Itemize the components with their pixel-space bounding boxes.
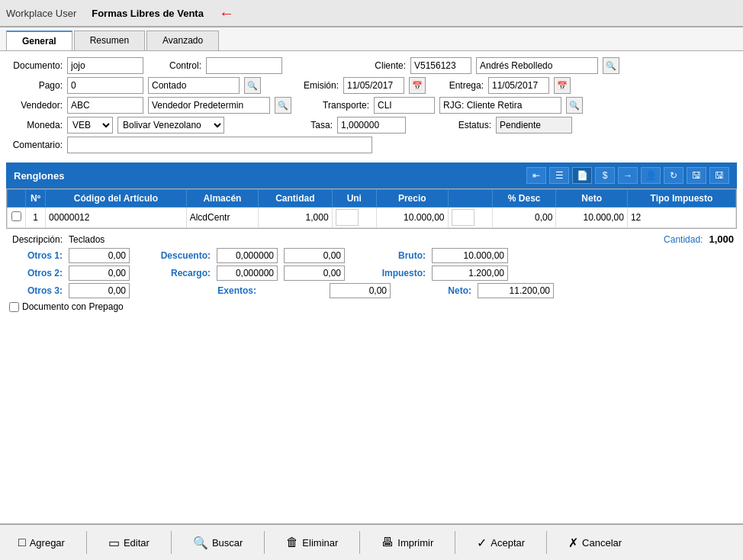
tab-avanzado[interactable]: Avanzado <box>146 31 219 50</box>
transporte-desc-input[interactable] <box>439 97 561 114</box>
col-header-uni: Uni <box>332 190 376 208</box>
rng-db1-button[interactable]: 🖫 <box>687 167 706 184</box>
rng-arrow-button[interactable]: → <box>618 167 638 184</box>
row-codigo: 00000012 <box>46 208 187 228</box>
recargo-pct-input[interactable] <box>217 266 278 281</box>
rng-person-button[interactable]: 👤 <box>641 167 661 184</box>
otros2-input[interactable] <box>69 266 130 281</box>
form-row-comentario: Comentario: <box>9 137 734 153</box>
vendedor-label: Vendedor: <box>9 100 63 111</box>
tab-general[interactable]: General <box>6 31 72 50</box>
cliente-id-input[interactable] <box>410 57 471 74</box>
pago-search-button[interactable]: 🔍 <box>244 77 261 94</box>
renglones-table: Nº Código del Artículo Almacén Cantidad … <box>7 189 736 228</box>
impuesto-label: Impuesto: <box>372 268 426 278</box>
vendedor-desc-input[interactable] <box>148 97 270 114</box>
vendedor-code-input[interactable] <box>67 97 143 114</box>
tab-resumen[interactable]: Resumen <box>74 31 145 50</box>
transporte-search-button[interactable]: 🔍 <box>566 97 583 114</box>
sep5 <box>455 531 455 554</box>
main-content: General Resumen Avanzado Documento: Cont… <box>0 27 743 523</box>
transporte-code-input[interactable] <box>374 97 435 114</box>
emision-input[interactable] <box>343 77 404 94</box>
recargo-val-input[interactable] <box>284 266 345 281</box>
eliminar-label: Eliminar <box>302 537 338 549</box>
pago-desc-input[interactable] <box>148 77 240 94</box>
entrega-input[interactable] <box>488 77 549 94</box>
buscar-label: Buscar <box>212 537 243 549</box>
agregar-label: Agregar <box>30 537 65 549</box>
cantidad-value: 1,000 <box>709 233 734 245</box>
estatus-input <box>496 117 572 134</box>
otros1-input[interactable] <box>69 248 130 263</box>
bruto-label: Bruto: <box>372 250 426 261</box>
descuento-pct-input[interactable] <box>217 248 278 263</box>
rng-refresh-button[interactable]: ↻ <box>664 167 683 184</box>
eliminar-button[interactable]: 🗑 Eliminar <box>280 533 344 552</box>
tasa-label: Tasa: <box>279 120 333 130</box>
rng-doc-button[interactable]: 📄 <box>572 167 592 184</box>
cancelar-button[interactable]: ✗ Cancelar <box>562 533 628 553</box>
neto-label: Neto: <box>418 285 471 296</box>
row-uni <box>332 208 376 228</box>
sep3 <box>264 531 265 554</box>
estatus-label: Estatus: <box>438 120 491 130</box>
agregar-button[interactable]: □ Agregar <box>12 533 71 552</box>
table-row[interactable]: 1 00000012 AlcdCentr 1,000 10.000,00 0,0… <box>8 208 736 228</box>
emision-cal-button[interactable]: 📅 <box>409 77 426 94</box>
cantidad-label: Cantidad: <box>657 234 703 245</box>
impuesto-input[interactable] <box>432 266 508 281</box>
documento-input[interactable] <box>67 57 143 74</box>
imprimir-icon: 🖶 <box>381 536 394 549</box>
otros2-label: Otros 2: <box>9 268 63 278</box>
rng-list-button[interactable]: ☰ <box>549 167 569 184</box>
active-tab-title: Formas Libres de Venta <box>92 8 204 19</box>
imprimir-label: Imprimir <box>397 537 433 549</box>
vendedor-search-button[interactable]: 🔍 <box>275 97 291 114</box>
col-header-descpct <box>448 190 492 208</box>
editar-icon: ▭ <box>108 536 120 550</box>
entrega-cal-button[interactable]: 📅 <box>554 77 571 94</box>
neto-input[interactable] <box>478 283 554 298</box>
row-uni-input[interactable] <box>336 209 359 226</box>
workplace-tab[interactable]: Workplace User <box>6 8 76 19</box>
col-header-almacen: Almacén <box>186 190 258 208</box>
moneda-select[interactable]: VEB <box>67 117 113 134</box>
exentos-label: Exentos: <box>203 285 256 296</box>
sep1 <box>86 531 87 554</box>
tasa-input[interactable] <box>337 117 406 134</box>
aceptar-button[interactable]: ✓ Aceptar <box>471 533 531 553</box>
col-header-neto: Neto <box>556 190 627 208</box>
entrega-label: Entrega: <box>430 80 484 91</box>
exentos-val-input[interactable] <box>330 283 391 298</box>
bruto-input[interactable] <box>432 248 508 263</box>
cliente-search-button[interactable]: 🔍 <box>603 57 619 74</box>
moneda-desc-select[interactable]: Bolivar Venezolano <box>117 117 224 134</box>
pago-input[interactable] <box>67 77 143 94</box>
descuento-val-input[interactable] <box>284 248 345 263</box>
sep6 <box>546 531 547 554</box>
control-input[interactable] <box>206 57 282 74</box>
bottom-toolbar: □ Agregar ▭ Editar 🔍 Buscar 🗑 Eliminar 🖶… <box>0 523 743 560</box>
control-label: Control: <box>148 60 201 71</box>
row-neto: 10.000,00 <box>556 208 627 228</box>
form-row-vendedor: Vendedor: 🔍 Transporte: 🔍 <box>9 97 734 114</box>
rng-dollar-button[interactable]: $ <box>595 167 615 184</box>
rng-first-button[interactable]: ⇤ <box>526 167 546 184</box>
row-checkbox[interactable] <box>11 211 21 221</box>
cliente-name-input[interactable] <box>476 57 598 74</box>
rng-db2-button[interactable]: 🖫 <box>709 167 729 184</box>
col-header-codigo: Código del Artículo <box>46 190 187 208</box>
comentario-input[interactable] <box>67 137 372 153</box>
prepago-checkbox[interactable] <box>9 302 19 312</box>
form-row-documento: Documento: Control: Cliente: 🔍 <box>9 57 734 74</box>
buscar-button[interactable]: 🔍 Buscar <box>187 533 249 553</box>
otros3-input[interactable] <box>69 283 130 298</box>
row-desc-input[interactable] <box>452 209 474 226</box>
renglones-section: Renglones ⇤ ☰ 📄 $ → 👤 ↻ 🖫 🖫 <box>6 163 737 229</box>
editar-button[interactable]: ▭ Editar <box>102 533 156 553</box>
desc-row: Descripción: Teclados Cantidad: 1,000 <box>9 233 734 245</box>
imprimir-button[interactable]: 🖶 Imprimir <box>375 533 439 552</box>
row-num: 1 <box>26 208 46 228</box>
buscar-icon: 🔍 <box>193 536 208 550</box>
